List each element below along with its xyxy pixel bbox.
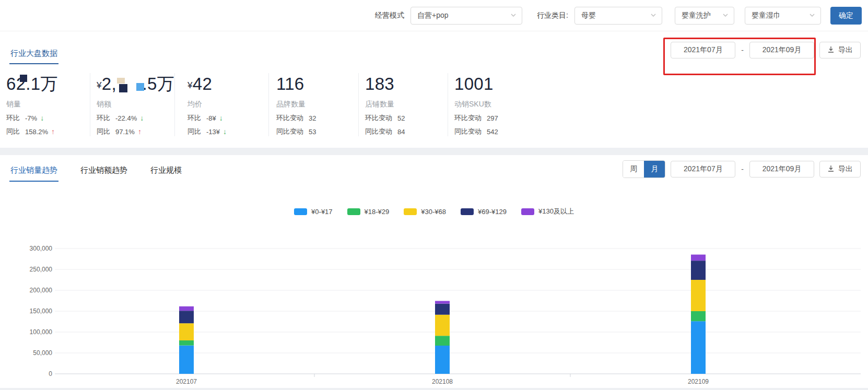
sub-category-select-value: 婴童洗护 <box>682 11 711 20</box>
legend-item[interactable]: ¥0-¥17 <box>294 208 332 216</box>
currency-symbol: ¥ <box>97 78 102 95</box>
legend-item[interactable]: ¥69-¥129 <box>461 208 507 216</box>
redaction-block <box>20 75 27 82</box>
legend-item[interactable]: ¥18-¥29 <box>347 208 390 216</box>
metric-value: 158.2% <box>25 128 48 136</box>
stat-label: 品牌数量 <box>276 100 358 109</box>
metric-name: 环比 <box>187 113 201 123</box>
stat-value-text: .1万 <box>26 73 57 95</box>
y-axis-tick-label: 0 <box>49 370 52 377</box>
trend-panel: 行业销量趋势行业销额趋势行业规模 周月 2021年07月 - 2021年09月 … <box>0 155 868 388</box>
stat-label: 均价 <box>187 100 268 109</box>
metric-name: 环比 <box>97 113 110 123</box>
section-divider <box>0 148 868 155</box>
metric-value: -13¥ <box>206 128 220 136</box>
metric-name: 同比 <box>187 127 201 136</box>
bar-segment <box>179 340 194 346</box>
legend-swatch <box>294 208 307 215</box>
arrow-down-icon: ↓ <box>219 114 223 122</box>
trend-export-button[interactable]: 导出 <box>819 161 861 178</box>
sub-category-select[interactable]: 婴童洗护 <box>675 7 734 25</box>
overview-date-start[interactable]: 2021年07月 <box>671 42 735 58</box>
mode-select[interactable]: 自营+pop <box>410 7 522 25</box>
arrow-down-icon: ↓ <box>223 127 227 136</box>
chevron-down-icon <box>650 11 656 20</box>
trend-controls: 周月 2021年07月 - 2021年09月 导出 <box>623 160 861 178</box>
legend-item[interactable]: ¥30-¥68 <box>404 208 446 216</box>
category-select[interactable]: 母婴 <box>574 7 662 25</box>
legend-label: ¥30-¥68 <box>421 208 446 216</box>
stat-metric-row: 同比变动84 <box>365 127 448 136</box>
stat-label: 店铺数量 <box>365 100 448 109</box>
download-icon <box>827 165 835 174</box>
legend-item[interactable]: ¥130及以上 <box>521 207 574 216</box>
overview-export-button[interactable]: 导出 <box>819 42 861 58</box>
date-range-separator: - <box>741 165 744 173</box>
x-axis-category-label: 202108 <box>432 378 453 385</box>
filter-bar: 经营模式 自营+pop 行业类目: 母婴 婴童洗护 婴童湿巾 确定 <box>0 0 868 31</box>
mode-label: 经营模式 <box>375 11 404 20</box>
stat-label: 动销SKU数 <box>454 100 573 109</box>
mode-select-value: 自营+pop <box>417 11 449 20</box>
tab-行业规模[interactable]: 行业规模 <box>149 157 183 182</box>
stat-metric-row: 同比-13¥↓ <box>187 127 268 136</box>
bar-segment <box>691 255 706 261</box>
trend-date-start[interactable]: 2021年07月 <box>671 161 735 178</box>
metric-value: 97.1% <box>115 128 135 136</box>
overview-export-label: 导出 <box>838 45 853 55</box>
stat-metric-row: 环比变动32 <box>276 113 358 123</box>
stat-value-text: 183 <box>365 73 394 95</box>
bar-segment <box>179 323 194 340</box>
stat-metric-row: 环比-8¥↓ <box>187 113 268 123</box>
metric-value: 542 <box>487 128 498 136</box>
tab-行业销量趋势[interactable]: 行业销量趋势 <box>9 157 58 182</box>
chart-legend: ¥0-¥17¥18-¥29¥30-¥68¥69-¥129¥130及以上 <box>0 206 868 217</box>
overview-date-end[interactable]: 2021年09月 <box>749 42 814 58</box>
redaction-block <box>117 78 125 84</box>
stat-value: 183 <box>365 73 448 95</box>
trend-export-label: 导出 <box>838 164 853 174</box>
overview-title[interactable]: 行业大盘数据 <box>9 36 58 64</box>
stat-cards-row: 62.1万销量环比-7%↓同比158.2%↑¥2,.5万销额环比-22.4%↓同… <box>0 69 868 148</box>
overview-controls: 2021年07月 - 2021年09月 导出 <box>671 42 861 58</box>
granularity-toggle: 周月 <box>623 160 665 178</box>
bar-segment <box>179 346 194 374</box>
x-axis-category-label: 202109 <box>688 378 709 385</box>
stat-value: 62.1万 <box>6 73 90 95</box>
y-axis-tick-label: 100,000 <box>30 328 53 336</box>
metric-value: -7% <box>25 114 37 122</box>
stat-value-text: 42 <box>193 73 212 95</box>
overview-panel: 行业大盘数据 2021年07月 - 2021年09月 导出 62.1万销量环比-… <box>0 31 868 148</box>
stat-value-text: 6 <box>6 73 16 95</box>
legend-label: ¥130及以上 <box>538 207 574 216</box>
y-axis-tick-label: 200,000 <box>30 287 53 294</box>
chevron-down-icon <box>510 11 517 20</box>
bar-segment <box>179 306 194 311</box>
stat-value-text: 2, <box>102 73 116 95</box>
stacked-bar-chart: 050,000100,000150,000200,000250,000300,0… <box>0 220 868 388</box>
date-range-separator: - <box>741 46 744 54</box>
granularity-option[interactable]: 周 <box>623 161 644 178</box>
legend-label: ¥69-¥129 <box>478 208 507 216</box>
stat-metric-row: 同比变动542 <box>454 127 573 136</box>
category-label: 行业类目: <box>537 11 568 20</box>
metric-value: -22.4% <box>115 114 137 122</box>
redaction-block <box>119 84 127 92</box>
stat-value: 1001 <box>454 73 573 95</box>
metric-value: 297 <box>487 114 498 122</box>
metric-name: 同比 <box>97 127 110 136</box>
stat-metric-row: 环比-22.4%↓ <box>97 113 174 123</box>
stat-value-text: .5万 <box>143 73 174 95</box>
x-axis-category-label: 202107 <box>176 378 197 385</box>
leaf-category-select[interactable]: 婴童湿巾 <box>745 7 821 25</box>
overview-header: 行业大盘数据 2021年07月 - 2021年09月 导出 <box>0 31 868 69</box>
tab-行业销额趋势[interactable]: 行业销额趋势 <box>79 157 128 182</box>
category-select-value: 母婴 <box>581 11 596 20</box>
stat-value-text: 1001 <box>454 73 494 95</box>
granularity-option[interactable]: 月 <box>644 161 665 178</box>
confirm-button[interactable]: 确定 <box>830 7 862 25</box>
stat-card: ¥42均价环比-8¥↓同比-13¥↓ <box>175 73 269 136</box>
legend-swatch <box>404 208 417 215</box>
trend-date-end[interactable]: 2021年09月 <box>749 161 814 178</box>
stat-metric-row: 同比97.1%↑ <box>97 127 174 136</box>
